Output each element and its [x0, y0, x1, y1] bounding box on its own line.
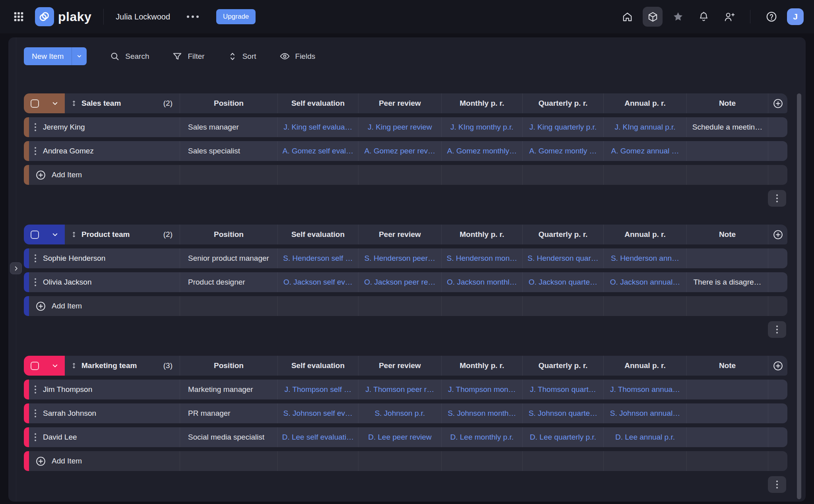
note-cell[interactable]: There is a disagre…: [687, 272, 768, 292]
row-menu-kebab-icon[interactable]: [35, 433, 36, 441]
file-link-cell[interactable]: O. Jackson quarte…: [523, 272, 604, 292]
file-link-cell[interactable]: A. Gomez annual …: [604, 141, 687, 161]
group-collapse-chevron-icon[interactable]: [51, 362, 59, 370]
expand-sidebar-button[interactable]: [10, 262, 22, 274]
help-icon[interactable]: [762, 7, 781, 27]
file-link-cell[interactable]: S. Johnson annual…: [604, 403, 687, 423]
add-column-button[interactable]: [768, 93, 787, 113]
file-link-cell[interactable]: O. Jackson self ev…: [278, 272, 359, 292]
notifications-bell-icon[interactable]: [694, 7, 713, 27]
note-cell[interactable]: [687, 141, 768, 161]
column-header[interactable]: Peer review: [359, 93, 442, 113]
position-cell[interactable]: Marketing manager: [180, 380, 278, 399]
file-link-cell[interactable]: S. Johnson p.r.: [359, 403, 442, 423]
position-cell[interactable]: Senior product manager: [180, 248, 278, 268]
file-link-cell[interactable]: J. Thomson peer r…: [359, 380, 442, 399]
file-link-cell[interactable]: S. Henderson mon…: [442, 248, 523, 268]
column-header[interactable]: Annual p. r.: [604, 225, 687, 244]
file-link-cell[interactable]: O. Jackson annual…: [604, 272, 687, 292]
file-link-cell[interactable]: D. Lee self evaluati…: [278, 427, 359, 447]
column-header[interactable]: Quarterly p. r.: [523, 225, 604, 244]
file-link-cell[interactable]: S. Henderson peer…: [359, 248, 442, 268]
favorites-star-icon[interactable]: [668, 7, 688, 27]
row-menu-kebab-icon[interactable]: [35, 409, 36, 417]
file-link-cell[interactable]: J. KIng annual p.r.: [604, 117, 687, 137]
avatar[interactable]: J: [787, 8, 804, 25]
add-item-row[interactable]: Add Item: [24, 165, 787, 185]
file-link-cell[interactable]: S. Henderson ann…: [604, 248, 687, 268]
group-title-cell[interactable]: Product team(2): [65, 225, 180, 244]
add-column-button[interactable]: [768, 225, 787, 244]
file-link-cell[interactable]: S. Henderson self …: [278, 248, 359, 268]
more-options-icon[interactable]: [187, 16, 199, 18]
group-drag-handle-icon[interactable]: [70, 362, 78, 369]
file-link-cell[interactable]: J. Thomson quart…: [523, 380, 604, 399]
search-button[interactable]: Search: [110, 51, 149, 62]
column-header[interactable]: Note: [687, 356, 768, 376]
column-header[interactable]: Note: [687, 93, 768, 113]
workspace-name[interactable]: Julia Lockwood: [116, 12, 170, 21]
group-drag-handle-icon[interactable]: [70, 100, 78, 107]
file-link-cell[interactable]: S. Johnson month…: [442, 403, 523, 423]
item-name-cell[interactable]: Jeremy King: [29, 117, 180, 137]
position-cell[interactable]: Sales manager: [180, 117, 278, 137]
file-link-cell[interactable]: A. Gomez monthly…: [442, 141, 523, 161]
row-menu-kebab-icon[interactable]: [35, 254, 36, 262]
group-checkbox[interactable]: [31, 362, 39, 370]
file-link-cell[interactable]: J. KIng monthy p.r.: [442, 117, 523, 137]
file-link-cell[interactable]: J. Thompson mon…: [442, 380, 523, 399]
note-cell[interactable]: [687, 427, 768, 447]
group-title-cell[interactable]: Marketing team(3): [65, 356, 180, 376]
row-menu-kebab-icon[interactable]: [776, 481, 778, 488]
note-cell[interactable]: [687, 380, 768, 399]
note-cell[interactable]: Schedule a meetin…: [687, 117, 768, 137]
column-header[interactable]: Self evaluation: [278, 225, 359, 244]
column-header[interactable]: Annual p. r.: [604, 356, 687, 376]
row-menu-kebab-icon[interactable]: [35, 147, 36, 155]
group-menu-button[interactable]: [768, 476, 786, 493]
column-header[interactable]: Quarterly p. r.: [523, 356, 604, 376]
file-link-cell[interactable]: A. Gomez self eval…: [278, 141, 359, 161]
file-link-cell[interactable]: J. King quarterly p.r.: [523, 117, 604, 137]
column-header[interactable]: Quarterly p. r.: [523, 93, 604, 113]
column-header[interactable]: Monthly p. r.: [442, 93, 523, 113]
group-drag-handle-icon[interactable]: [70, 231, 78, 238]
column-header[interactable]: Position: [180, 93, 278, 113]
file-link-cell[interactable]: O. Jackson peer re…: [359, 272, 442, 292]
file-link-cell[interactable]: D. Lee peer review: [359, 427, 442, 447]
upgrade-button[interactable]: Upgrade: [216, 9, 256, 24]
note-cell[interactable]: [687, 248, 768, 268]
row-menu-kebab-icon[interactable]: [35, 386, 36, 394]
filter-button[interactable]: Filter: [172, 51, 204, 62]
file-link-cell[interactable]: A. Gomez peer rev…: [359, 141, 442, 161]
invite-person-add-icon[interactable]: [719, 7, 739, 27]
file-link-cell[interactable]: D. Lee annual p.r.: [604, 427, 687, 447]
vertical-scrollbar[interactable]: [797, 93, 801, 499]
note-cell[interactable]: [687, 403, 768, 423]
group-checkbox[interactable]: [31, 99, 39, 108]
file-link-cell[interactable]: D. Lee monthly p.r.: [442, 427, 523, 447]
add-item-button[interactable]: Add Item: [29, 296, 180, 316]
group-collapse-chevron-icon[interactable]: [51, 231, 59, 238]
item-name-cell[interactable]: Jim Thompson: [29, 380, 180, 399]
sort-button[interactable]: Sort: [228, 52, 256, 61]
group-color-handle[interactable]: [24, 93, 65, 113]
file-link-cell[interactable]: S. Johnson quarte…: [523, 403, 604, 423]
add-item-button[interactable]: Add Item: [29, 165, 180, 185]
file-link-cell[interactable]: D. Lee quarterly p.r.: [523, 427, 604, 447]
row-menu-kebab-icon[interactable]: [776, 326, 778, 333]
file-link-cell[interactable]: S. Johnson self ev…: [278, 403, 359, 423]
add-item-row[interactable]: Add Item: [24, 296, 787, 316]
group-collapse-chevron-icon[interactable]: [51, 100, 59, 107]
position-cell[interactable]: Product designer: [180, 272, 278, 292]
column-header[interactable]: Monthly p. r.: [442, 356, 523, 376]
group-menu-button[interactable]: [768, 190, 786, 207]
plaky-logo-icon[interactable]: [35, 7, 54, 26]
item-name-cell[interactable]: David Lee: [29, 427, 180, 447]
apps-grid-icon[interactable]: [12, 10, 25, 23]
file-link-cell[interactable]: A. Gomez montly …: [523, 141, 604, 161]
item-name-cell[interactable]: Sophie Henderson: [29, 248, 180, 268]
group-checkbox[interactable]: [31, 231, 39, 239]
position-cell[interactable]: Sales specialist: [180, 141, 278, 161]
row-menu-kebab-icon[interactable]: [776, 194, 778, 202]
